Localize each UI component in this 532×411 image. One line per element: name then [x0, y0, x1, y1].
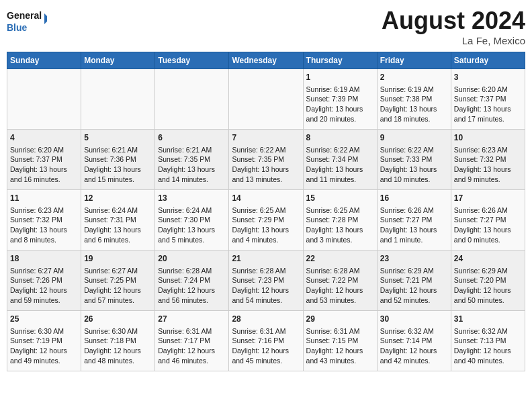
day-cell: 12Sunrise: 6:24 AM Sunset: 7:31 PM Dayli…: [81, 190, 155, 250]
day-number: 14: [232, 193, 300, 204]
day-cell: 3Sunrise: 6:20 AM Sunset: 7:37 PM Daylig…: [451, 69, 525, 130]
day-number: 26: [84, 314, 152, 325]
svg-text:Blue: Blue: [7, 22, 28, 33]
day-info: Sunrise: 6:21 AM Sunset: 7:35 PM Dayligh…: [158, 146, 215, 183]
day-number: 12: [84, 193, 152, 204]
day-cell: 14Sunrise: 6:25 AM Sunset: 7:29 PM Dayli…: [229, 190, 303, 250]
day-info: Sunrise: 6:25 AM Sunset: 7:28 PM Dayligh…: [306, 206, 363, 244]
day-cell: 4Sunrise: 6:20 AM Sunset: 7:37 PM Daylig…: [7, 130, 81, 190]
day-cell: 13Sunrise: 6:24 AM Sunset: 7:30 PM Dayli…: [155, 190, 229, 250]
week-row-1: 1Sunrise: 6:19 AM Sunset: 7:39 PM Daylig…: [7, 69, 525, 130]
week-row-5: 25Sunrise: 6:30 AM Sunset: 7:19 PM Dayli…: [7, 311, 525, 371]
day-info: Sunrise: 6:29 AM Sunset: 7:20 PM Dayligh…: [454, 267, 511, 304]
day-number: 10: [454, 132, 522, 144]
header-friday: Friday: [377, 52, 451, 69]
day-cell: 22Sunrise: 6:28 AM Sunset: 7:22 PM Dayli…: [303, 250, 377, 311]
day-cell: 31Sunrise: 6:32 AM Sunset: 7:13 PM Dayli…: [451, 311, 525, 371]
day-cell: 18Sunrise: 6:27 AM Sunset: 7:26 PM Dayli…: [7, 250, 81, 311]
day-info: Sunrise: 6:31 AM Sunset: 7:15 PM Dayligh…: [306, 327, 363, 365]
day-number: 27: [158, 314, 226, 325]
header-monday: Monday: [81, 52, 155, 69]
logo-svg: General Blue: [7, 7, 47, 36]
day-cell: 11Sunrise: 6:23 AM Sunset: 7:32 PM Dayli…: [7, 190, 81, 250]
day-cell: 24Sunrise: 6:29 AM Sunset: 7:20 PM Dayli…: [451, 250, 525, 311]
day-number: 17: [454, 193, 522, 204]
day-number: 20: [158, 253, 226, 265]
day-cell: 25Sunrise: 6:30 AM Sunset: 7:19 PM Dayli…: [7, 311, 81, 371]
day-info: Sunrise: 6:26 AM Sunset: 7:27 PM Dayligh…: [380, 206, 437, 244]
day-number: 25: [10, 314, 78, 325]
calendar-table: SundayMondayTuesdayWednesdayThursdayFrid…: [7, 52, 525, 371]
day-number: 1: [306, 72, 374, 83]
day-number: 29: [306, 314, 374, 325]
day-info: Sunrise: 6:32 AM Sunset: 7:14 PM Dayligh…: [380, 327, 437, 365]
calendar-subtitle: La Fe, Mexico: [382, 35, 525, 46]
day-cell: [7, 69, 81, 130]
day-number: 8: [306, 132, 374, 144]
day-info: Sunrise: 6:31 AM Sunset: 7:17 PM Dayligh…: [158, 327, 215, 365]
header-wednesday: Wednesday: [229, 52, 303, 69]
day-cell: 23Sunrise: 6:29 AM Sunset: 7:21 PM Dayli…: [377, 250, 451, 311]
day-cell: 9Sunrise: 6:22 AM Sunset: 7:33 PM Daylig…: [377, 130, 451, 190]
weekday-header-row: SundayMondayTuesdayWednesdayThursdayFrid…: [7, 52, 525, 69]
day-info: Sunrise: 6:32 AM Sunset: 7:13 PM Dayligh…: [454, 327, 511, 365]
day-info: Sunrise: 6:20 AM Sunset: 7:37 PM Dayligh…: [10, 146, 67, 183]
day-cell: 30Sunrise: 6:32 AM Sunset: 7:14 PM Dayli…: [377, 311, 451, 371]
header-thursday: Thursday: [303, 52, 377, 69]
day-cell: 1Sunrise: 6:19 AM Sunset: 7:39 PM Daylig…: [303, 69, 377, 130]
day-info: Sunrise: 6:23 AM Sunset: 7:32 PM Dayligh…: [10, 206, 67, 244]
day-info: Sunrise: 6:22 AM Sunset: 7:34 PM Dayligh…: [306, 146, 363, 183]
day-number: 2: [380, 72, 448, 83]
day-info: Sunrise: 6:21 AM Sunset: 7:36 PM Dayligh…: [84, 146, 141, 183]
day-number: 19: [84, 253, 152, 265]
header-saturday: Saturday: [451, 52, 525, 69]
day-number: 23: [380, 253, 448, 265]
calendar-title: August 2024: [382, 7, 525, 35]
day-info: Sunrise: 6:29 AM Sunset: 7:21 PM Dayligh…: [380, 267, 437, 304]
day-info: Sunrise: 6:30 AM Sunset: 7:18 PM Dayligh…: [84, 327, 141, 365]
svg-marker-2: [44, 13, 47, 24]
day-cell: [155, 69, 229, 130]
day-cell: 28Sunrise: 6:31 AM Sunset: 7:16 PM Dayli…: [229, 311, 303, 371]
header-tuesday: Tuesday: [155, 52, 229, 69]
day-number: 9: [380, 132, 448, 144]
day-info: Sunrise: 6:28 AM Sunset: 7:22 PM Dayligh…: [306, 267, 363, 304]
day-info: Sunrise: 6:24 AM Sunset: 7:30 PM Dayligh…: [158, 206, 215, 244]
day-number: 30: [380, 314, 448, 325]
title-block: August 2024 La Fe, Mexico: [382, 7, 525, 46]
day-number: 18: [10, 253, 78, 265]
day-cell: 29Sunrise: 6:31 AM Sunset: 7:15 PM Dayli…: [303, 311, 377, 371]
day-cell: 21Sunrise: 6:28 AM Sunset: 7:23 PM Dayli…: [229, 250, 303, 311]
day-info: Sunrise: 6:24 AM Sunset: 7:31 PM Dayligh…: [84, 206, 141, 244]
day-cell: 15Sunrise: 6:25 AM Sunset: 7:28 PM Dayli…: [303, 190, 377, 250]
day-cell: 7Sunrise: 6:22 AM Sunset: 7:35 PM Daylig…: [229, 130, 303, 190]
day-cell: 27Sunrise: 6:31 AM Sunset: 7:17 PM Dayli…: [155, 311, 229, 371]
day-cell: 2Sunrise: 6:19 AM Sunset: 7:38 PM Daylig…: [377, 69, 451, 130]
day-info: Sunrise: 6:19 AM Sunset: 7:38 PM Dayligh…: [380, 85, 437, 123]
day-cell: 5Sunrise: 6:21 AM Sunset: 7:36 PM Daylig…: [81, 130, 155, 190]
week-row-3: 11Sunrise: 6:23 AM Sunset: 7:32 PM Dayli…: [7, 190, 525, 250]
day-info: Sunrise: 6:31 AM Sunset: 7:16 PM Dayligh…: [232, 327, 289, 365]
day-number: 15: [306, 193, 374, 204]
day-number: 6: [158, 132, 226, 144]
day-info: Sunrise: 6:26 AM Sunset: 7:27 PM Dayligh…: [454, 206, 511, 244]
day-cell: 10Sunrise: 6:23 AM Sunset: 7:32 PM Dayli…: [451, 130, 525, 190]
day-info: Sunrise: 6:30 AM Sunset: 7:19 PM Dayligh…: [10, 327, 67, 365]
day-cell: 26Sunrise: 6:30 AM Sunset: 7:18 PM Dayli…: [81, 311, 155, 371]
day-cell: 16Sunrise: 6:26 AM Sunset: 7:27 PM Dayli…: [377, 190, 451, 250]
day-number: 16: [380, 193, 448, 204]
day-info: Sunrise: 6:27 AM Sunset: 7:25 PM Dayligh…: [84, 267, 141, 304]
day-info: Sunrise: 6:25 AM Sunset: 7:29 PM Dayligh…: [232, 206, 289, 244]
day-cell: [229, 69, 303, 130]
day-number: 21: [232, 253, 300, 265]
logo: General Blue: [7, 7, 47, 36]
day-number: 3: [454, 72, 522, 83]
day-cell: 19Sunrise: 6:27 AM Sunset: 7:25 PM Dayli…: [81, 250, 155, 311]
day-info: Sunrise: 6:28 AM Sunset: 7:23 PM Dayligh…: [232, 267, 289, 304]
day-info: Sunrise: 6:19 AM Sunset: 7:39 PM Dayligh…: [306, 85, 363, 123]
week-row-2: 4Sunrise: 6:20 AM Sunset: 7:37 PM Daylig…: [7, 130, 525, 190]
day-number: 31: [454, 314, 522, 325]
page-header: General Blue August 2024 La Fe, Mexico: [7, 7, 525, 46]
day-info: Sunrise: 6:27 AM Sunset: 7:26 PM Dayligh…: [10, 267, 67, 304]
day-number: 24: [454, 253, 522, 265]
